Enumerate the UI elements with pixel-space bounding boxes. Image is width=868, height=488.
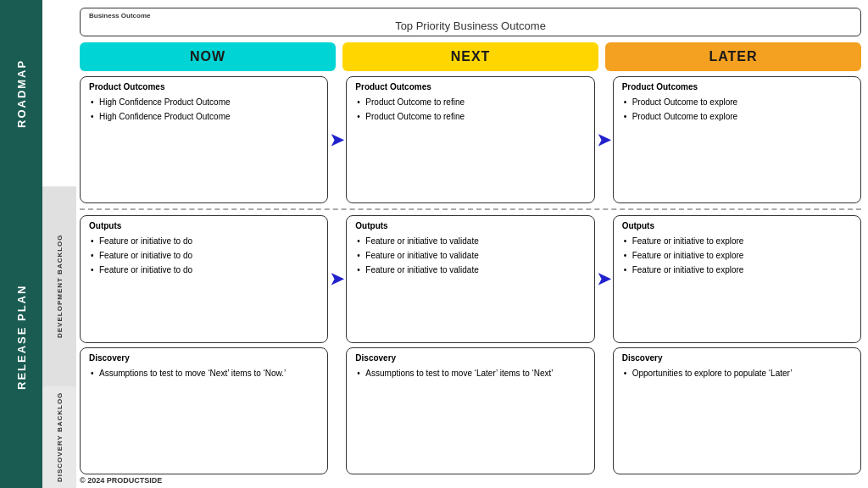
disc-next-title: Discovery [355,353,585,363]
disc-next-card: Discovery Assumptions to test to move ‘L… [346,347,594,474]
dev-now-card: Outputs Feature or initiative to do Feat… [80,215,328,342]
list-item: Feature or initiative to explore [622,263,852,277]
disc-next-list: Assumptions to test to move ‘Later’ item… [355,366,585,380]
dev-next-card: Outputs Feature or initiative to validat… [346,215,594,342]
disc-later-title: Discovery [622,353,852,363]
roadmap-later-list: Product Outcome to explore Product Outco… [622,95,852,124]
discovery-row: Discovery Assumptions to test to move ‘N… [80,347,861,474]
arrow-next-later: ➤ [595,76,613,203]
list-item: Feature or initiative to validate [355,263,585,277]
list-item: Product Outcome to explore [622,109,852,124]
footer: © 2024 PRODUCTSIDE [80,474,861,485]
list-item: Feature or initiative to do [89,234,319,248]
roadmap-next-card: Product Outcomes Product Outcome to refi… [346,76,594,203]
dev-backlog-row: Outputs Feature or initiative to do Feat… [80,215,861,342]
next-header: NEXT [342,42,598,71]
arrow-dev-next-later: ➤ [595,215,613,342]
column-headers: NOW NEXT LATER [80,42,861,71]
arrow-now-next: ➤ [328,76,346,203]
disc-now-title: Discovery [89,353,319,363]
dev-next-list: Feature or initiative to validate Featur… [355,234,585,277]
discovery-backlog-label: DISCOVERY BACKLOG [42,386,76,488]
later-header: LATER [605,42,861,71]
business-outcome-value: Top Priority Business Outcome [89,19,852,32]
disc-later-card: Discovery Opportunities to explore to po… [613,347,861,474]
roadmap-label: ROADMAP [0,0,42,186]
disc-now-card: Discovery Assumptions to test to move ‘N… [80,347,328,474]
roadmap-row: Product Outcomes High Confidence Product… [80,76,861,203]
sub-labels-bottom: DEVELOPMENT BACKLOG DISCOVERY BACKLOG [42,186,76,488]
roadmap-now-list: High Confidence Product Outcome High Con… [89,95,319,124]
list-item: Product Outcome to refine [355,109,585,124]
disc-later-list: Opportunities to explore to populate ‘La… [622,366,852,380]
dotted-divider [80,208,861,210]
business-outcome-label: Business Outcome [89,12,852,19]
sub-labels: DEVELOPMENT BACKLOG DISCOVERY BACKLOG [42,0,76,488]
list-item: High Confidence Product Outcome [89,95,319,109]
dev-later-title: Outputs [622,221,852,230]
list-item: High Confidence Product Outcome [89,109,319,124]
list-item: Product Outcome to refine [355,95,585,109]
roadmap-now-title: Product Outcomes [89,82,319,92]
roadmap-next-list: Product Outcome to refine Product Outcom… [355,95,585,124]
now-header: NOW [80,42,336,71]
roadmap-later-card: Product Outcomes Product Outcome to expl… [613,76,861,203]
content-area: Business Outcome Top Priority Business O… [76,0,868,488]
business-outcome-row: Business Outcome Top Priority Business O… [80,7,861,37]
disc-now-list: Assumptions to test to move ‘Next’ items… [89,366,319,380]
list-item: Product Outcome to explore [622,95,852,109]
list-item: Assumptions to test to move ‘Next’ items… [89,366,319,380]
main-container: ROADMAP RELEASE PLAN DEVELOPMENT BACKLOG… [0,0,868,488]
release-plan-label: RELEASE PLAN [0,186,42,488]
arrow-dev-now-next: ➤ [328,215,346,342]
list-item: Feature or initiative to validate [355,234,585,248]
list-item: Opportunities to explore to populate ‘La… [622,366,852,380]
spacer [42,0,76,186]
list-item: Feature or initiative to explore [622,248,852,263]
list-item: Feature or initiative to validate [355,248,585,263]
roadmap-later-title: Product Outcomes [622,82,852,92]
roadmap-now-card: Product Outcomes High Confidence Product… [80,76,328,203]
dev-later-list: Feature or initiative to explore Feature… [622,234,852,277]
left-labels: ROADMAP RELEASE PLAN [0,0,42,488]
business-outcome-box: Business Outcome Top Priority Business O… [80,8,861,36]
roadmap-next-title: Product Outcomes [355,82,585,92]
list-item: Feature or initiative to do [89,248,319,263]
list-item: Assumptions to test to move ‘Later’ item… [355,366,585,380]
dev-later-card: Outputs Feature or initiative to explore… [613,215,861,342]
dev-now-title: Outputs [89,221,319,230]
dev-next-title: Outputs [355,221,585,230]
list-item: Feature or initiative to do [89,263,319,277]
dev-backlog-label: DEVELOPMENT BACKLOG [42,186,76,386]
dev-now-list: Feature or initiative to do Feature or i… [89,234,319,277]
list-item: Feature or initiative to explore [622,234,852,248]
